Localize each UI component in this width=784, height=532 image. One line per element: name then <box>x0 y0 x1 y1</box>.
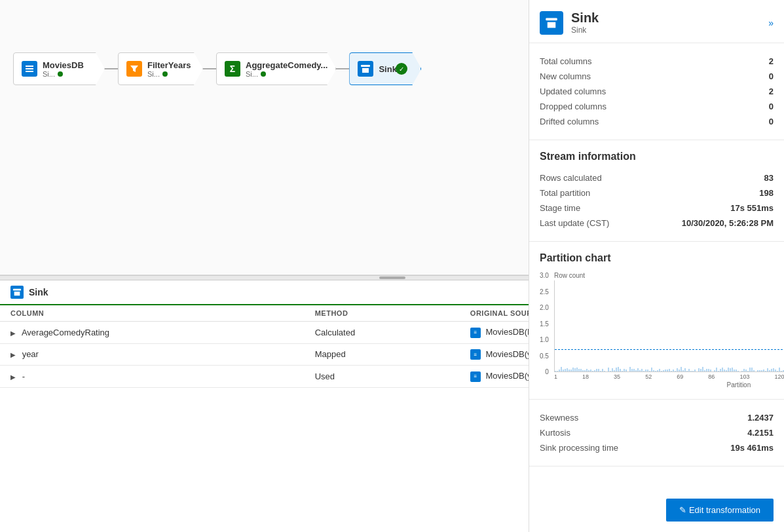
chart-bar <box>614 370 615 371</box>
col-header-column: COLUMN <box>0 305 305 322</box>
panel-sink-icon <box>10 286 24 299</box>
node-sink[interactable]: Sink ✓ <box>349 52 421 85</box>
chart-bar <box>684 368 686 371</box>
chart-bar <box>629 367 631 371</box>
node-wrapper-moviesdb: MoviesDB Si... <box>13 52 118 85</box>
chart-bar <box>714 370 715 371</box>
chart-bar <box>569 370 570 371</box>
x-label-120: 120 <box>774 373 784 380</box>
stat-value-new-columns: 0 <box>769 71 774 81</box>
node-info-filteryears: FilterYears Si... <box>147 60 191 78</box>
chart-bar <box>624 369 625 371</box>
node-moviesdb[interactable]: MoviesDB Si... <box>13 52 105 85</box>
chart-x-title: Partition <box>554 381 784 389</box>
stream-stat-rows-calculated: Rows calculated 83 <box>540 170 774 185</box>
chart-bar <box>584 370 586 371</box>
stat-row-skewness: Skewness 1.2437 <box>540 410 774 425</box>
chart-bar <box>604 371 605 371</box>
chart-container: 3.0 2.5 2.0 1.5 1.0 0.5 0 Row count 1 <box>540 272 774 389</box>
chart-bar <box>594 370 595 371</box>
chart-bar <box>580 369 582 371</box>
chart-bar <box>769 370 770 371</box>
chart-bar <box>718 371 719 371</box>
arrow-connector-3 <box>336 68 349 69</box>
stream-section-title: Stream information <box>540 151 774 162</box>
y-label-1: 1.0 <box>540 336 549 343</box>
x-label-69: 69 <box>677 373 683 380</box>
node-aggregate[interactable]: Σ AggregateComedy... Si... <box>216 52 336 85</box>
expand-btn-0[interactable]: ▶ <box>10 330 16 337</box>
chart-area: Row count 1 18 35 52 69 86 103 120 <box>554 272 784 389</box>
chart-bar <box>692 371 694 371</box>
stat-label-total-columns: Total columns <box>540 56 591 66</box>
svg-rect-1 <box>26 68 33 69</box>
stream-label-total-partition: Total partition <box>540 188 590 198</box>
chart-bar <box>686 371 688 371</box>
chart-bar <box>706 369 707 371</box>
chart-bar <box>732 368 733 371</box>
chart-bar <box>743 369 745 371</box>
chart-bar <box>781 371 782 371</box>
chart-bar <box>610 371 611 371</box>
chart-bar <box>741 371 743 371</box>
chart-bar <box>653 370 654 371</box>
chart-bar <box>761 370 762 371</box>
row-count-label: Row count <box>554 272 784 279</box>
chart-bar <box>726 370 727 371</box>
y-label-2: 2.0 <box>540 304 549 311</box>
stat-label-kurtosis: Kurtosis <box>540 428 570 438</box>
expand-btn-1[interactable]: ▶ <box>10 351 16 358</box>
node-wrapper-sink: Sink ✓ <box>349 52 421 85</box>
chart-bar <box>643 371 644 371</box>
edit-transformation-button[interactable]: ✎ Edit transformation <box>666 499 774 522</box>
svg-rect-0 <box>26 66 33 67</box>
chart-bar <box>751 368 753 371</box>
node-filteryears[interactable]: FilterYears Si... <box>118 52 203 85</box>
table-cell-method-0: Calculated <box>305 322 460 344</box>
chart-bar <box>555 371 556 371</box>
chart-bar <box>669 369 670 371</box>
chart-bar <box>679 370 680 371</box>
chart-bar <box>602 369 603 371</box>
svg-rect-3 <box>361 65 370 67</box>
chart-bar <box>572 368 574 371</box>
chart-bar <box>633 369 635 371</box>
divider-handle <box>379 276 405 279</box>
chart-bar <box>639 370 641 371</box>
chart-bar <box>747 371 749 371</box>
node-sub-filteryears: Si... <box>147 70 191 78</box>
chart-bar <box>596 369 597 371</box>
node-info-aggregate: AggregateComedy... Si... <box>246 60 327 78</box>
chart-bar <box>565 369 566 371</box>
y-label-0: 0 <box>545 368 549 375</box>
chart-bar <box>720 369 721 371</box>
chart-bar <box>771 369 772 371</box>
stream-section: Stream information Rows calculated 83 To… <box>529 140 784 242</box>
stream-stat-last-update: Last update (CST) 10/30/2020, 5:26:28 PM <box>540 216 774 231</box>
chart-bar <box>690 371 692 371</box>
chart-bar <box>736 370 737 371</box>
stream-label-rows-calculated: Rows calculated <box>540 173 602 183</box>
chart-bar <box>765 371 766 371</box>
chart-bar <box>694 370 696 371</box>
stat-value-kurtosis: 4.2151 <box>747 428 774 438</box>
chart-bar <box>586 369 588 371</box>
svg-rect-5 <box>546 18 557 20</box>
chart-bar <box>667 370 668 371</box>
chart-bar <box>567 368 568 371</box>
chart-bar <box>775 370 776 371</box>
expand-btn-2[interactable]: ▶ <box>10 373 16 381</box>
stat-label-updated-columns: Updated columns <box>540 86 606 96</box>
chart-bar <box>625 370 627 371</box>
expand-panel-button[interactable]: » <box>768 18 774 28</box>
node-name-filteryears: FilterYears <box>147 60 191 70</box>
source-db-icon-0: ≡ <box>470 328 481 338</box>
chart-bar <box>570 370 572 371</box>
node-wrapper-aggregate: Σ AggregateComedy... Si... <box>216 52 349 85</box>
y-label-3: 3.0 <box>540 272 549 279</box>
right-panel-header: Sink Sink » <box>529 0 784 43</box>
chart-bar <box>578 369 580 371</box>
stat-value-dropped-columns: 0 <box>769 102 774 111</box>
stat-row-sink-processing: Sink processing time 19s 461ms <box>540 440 774 455</box>
status-dot-filteryears <box>162 71 168 77</box>
